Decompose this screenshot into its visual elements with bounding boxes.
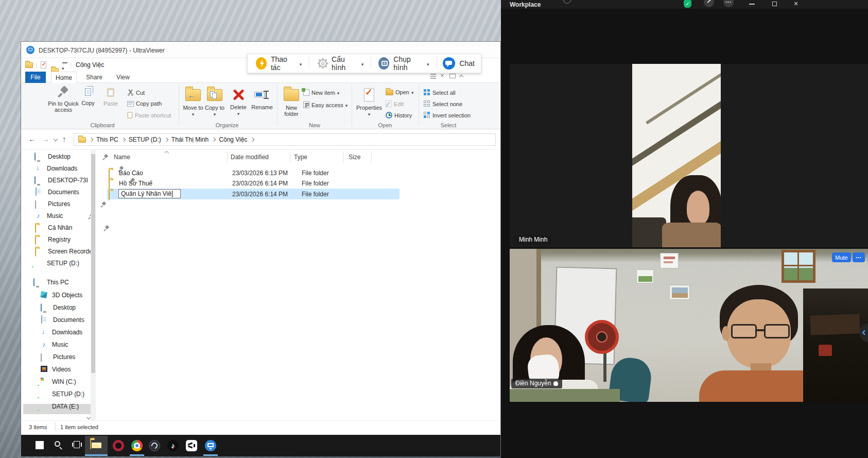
uv-chat-button[interactable]: Chat xyxy=(437,57,481,70)
copy-button[interactable]: Copy xyxy=(77,86,99,106)
tiktok-taskbar-icon[interactable]: ♪ xyxy=(167,440,179,451)
sidebar-scroll-down-icon[interactable] xyxy=(86,415,91,419)
start-button[interactable] xyxy=(36,441,44,449)
delete-button[interactable]: Delete xyxy=(227,86,250,117)
new-item-button[interactable]: New item xyxy=(303,89,339,96)
qat-separator xyxy=(37,62,37,69)
column-header-type[interactable]: Type xyxy=(294,154,307,161)
file-row[interactable]: Báo Cáo 23/03/2026 6:13 PM File folder xyxy=(107,168,400,178)
sidebar-item-win-c[interactable]: WIN (C:) xyxy=(52,378,76,385)
open-button[interactable]: Open xyxy=(386,89,413,95)
task-view-button[interactable] xyxy=(73,441,81,449)
column-header-date-modified[interactable]: Date modified xyxy=(231,154,269,161)
qat-customize-arrow-icon[interactable] xyxy=(62,63,64,72)
sidebar-item-desktop-quick[interactable]: Desktop xyxy=(47,153,77,160)
tab-home[interactable]: Home xyxy=(51,72,77,83)
sidebar-item-videos[interactable]: Videos xyxy=(52,366,71,373)
breadcrumb-thai-thi-minh[interactable]: Thái Thị Minh xyxy=(171,136,209,143)
select-none-button[interactable]: Select none xyxy=(424,100,462,107)
session-monitor-icon[interactable] xyxy=(449,74,456,78)
chrome-taskbar-icon[interactable] xyxy=(131,440,143,451)
address-field[interactable]: This PC SETUP (D:) Thái Thị Minh Công Vi… xyxy=(74,133,496,146)
invert-selection-button[interactable]: Invert selection xyxy=(424,112,471,118)
uv-config-button[interactable]: Cấu hình xyxy=(309,55,371,72)
rename-input[interactable]: Quản Lý Nhân Viê xyxy=(118,189,181,198)
column-divider[interactable] xyxy=(290,151,290,163)
copy-path-button[interactable]: Copy path xyxy=(127,100,162,107)
sidebar-item-pictures-tree[interactable]: Pictures xyxy=(52,353,75,361)
column-divider[interactable] xyxy=(371,151,372,163)
dropdown-arrow-icon xyxy=(300,59,302,68)
forward-button[interactable]: → xyxy=(42,134,49,143)
ultraviewer-taskbar-icon[interactable] xyxy=(205,440,216,451)
sidebar-item-pictures-quick[interactable]: Pictures xyxy=(47,200,77,208)
copy-to-button[interactable]: Copy to xyxy=(204,86,225,117)
sidebar-item-ca-nhan[interactable]: Cá Nhân xyxy=(47,224,79,231)
participant-tile-1[interactable]: Minh Minh xyxy=(510,64,868,247)
participant-more-button[interactable]: ••• xyxy=(853,252,865,262)
file-row[interactable]: Hồ Sơ Thuế 23/03/2026 6:14 PM File folde… xyxy=(107,178,400,189)
sidebar-scrollbar-thumb[interactable] xyxy=(91,154,95,373)
column-header-name[interactable]: Name xyxy=(114,154,130,161)
sidebar-item-music-tree[interactable]: ♪Music xyxy=(52,341,68,348)
sidebar-item-documents-quick[interactable]: Documents xyxy=(47,189,86,196)
close-button[interactable]: × xyxy=(794,0,798,8)
copy-icon xyxy=(85,88,91,96)
security-shield-icon[interactable]: ✓ xyxy=(684,0,691,8)
wall-picture xyxy=(636,269,654,283)
session-grid-icon[interactable] xyxy=(430,74,436,79)
sidebar-item-screen-recorder[interactable]: Screen Recorder xyxy=(47,248,95,255)
sidebar-item-registry[interactable]: Registry xyxy=(47,236,71,243)
file-explorer-taskbar-icon[interactable] xyxy=(90,440,91,449)
edit-button[interactable]: Edit xyxy=(386,100,404,107)
uv-capture-button[interactable]: Chụp hình xyxy=(371,55,436,72)
computer-icon xyxy=(34,176,36,184)
easy-access-button[interactable]: Easy access xyxy=(303,101,348,108)
sidebar-item-setup-d-quick[interactable]: SETUP (D:) xyxy=(47,260,79,267)
tab-view[interactable]: View xyxy=(112,72,134,83)
obs-taskbar-icon[interactable] xyxy=(149,440,160,451)
crumb-separator-icon xyxy=(250,138,254,142)
select-all-icon xyxy=(424,89,430,96)
sidebar-item-downloads-quick[interactable]: ↓Downloads xyxy=(47,165,84,172)
sidebar-item-downloads-tree[interactable]: ↓Downloads xyxy=(52,329,82,336)
up-button[interactable]: ↑ xyxy=(62,134,66,143)
search-button[interactable] xyxy=(54,440,63,450)
capcut-taskbar-icon[interactable] xyxy=(186,440,197,451)
column-header-size[interactable]: Size xyxy=(349,154,360,161)
minimize-button[interactable] xyxy=(749,4,755,5)
sidebar-item-setup-d-tree[interactable]: SETUP (D:) xyxy=(52,391,84,398)
sidebar-item-music-quick[interactable]: ♪Music xyxy=(47,212,70,219)
new-folder-button[interactable]: New folder xyxy=(280,86,303,117)
move-to-button[interactable]: ← Move to xyxy=(183,86,203,117)
uv-actions-button[interactable]: Thao tác xyxy=(248,55,309,72)
participant-tile-2[interactable]: Điền Nguyễn Mute ••• xyxy=(510,249,868,402)
rename-button[interactable]: Rename xyxy=(250,86,274,110)
file-name: Báo Cáo xyxy=(119,169,143,177)
breadcrumb-this-pc[interactable]: This PC xyxy=(96,136,118,143)
column-divider[interactable] xyxy=(227,151,228,163)
maximize-button[interactable] xyxy=(772,2,777,6)
select-all-button[interactable]: Select all xyxy=(424,89,456,96)
history-button[interactable]: History xyxy=(386,112,412,118)
sidebar-item-documents-tree[interactable]: Documents xyxy=(52,316,84,324)
sidebar-item-this-pc[interactable]: This PC xyxy=(46,279,69,286)
paste-button[interactable]: Paste xyxy=(99,86,122,107)
sidebar-item-desktop-pc[interactable]: DESKTOP-73I xyxy=(47,177,95,184)
back-button[interactable]: ← xyxy=(28,134,36,143)
floor xyxy=(510,389,620,402)
breadcrumb-setup-d[interactable]: SETUP (D:) xyxy=(129,136,161,143)
tab-file[interactable]: File xyxy=(25,72,46,83)
breadcrumb-cong-viec[interactable]: Công Việc xyxy=(219,136,247,143)
column-divider[interactable] xyxy=(343,151,344,163)
sidebar-item-3d-objects[interactable]: 3D Objects xyxy=(52,292,82,299)
opera-gx-taskbar-icon[interactable] xyxy=(113,440,124,451)
sidebar-item-desktop-tree[interactable]: Desktop xyxy=(52,304,76,311)
properties-button[interactable]: ✓ Properties xyxy=(355,86,384,117)
sidebar-item-data-e[interactable]: DATA (E:) xyxy=(52,403,79,410)
mute-participant-button[interactable]: Mute xyxy=(832,252,851,262)
tab-share[interactable]: Share xyxy=(82,72,107,83)
file-row-selected[interactable]: Quản Lý Nhân Viê 23/03/2026 6:14 PM File… xyxy=(107,189,400,199)
paste-shortcut-button[interactable]: Paste shortcut xyxy=(127,112,171,118)
cut-button[interactable]: Cut xyxy=(127,89,145,96)
